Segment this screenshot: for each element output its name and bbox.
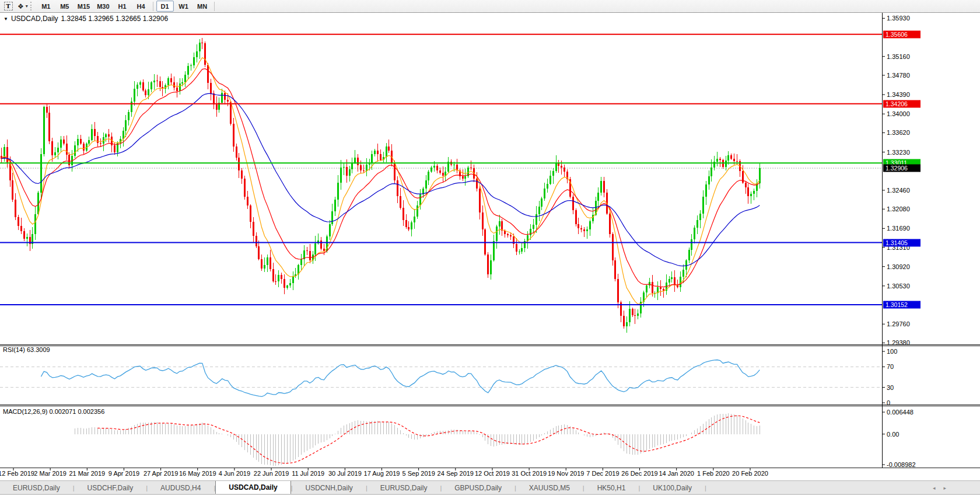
rsi-axis-label: 100 — [887, 348, 897, 355]
date-label: 2 Mar 2019 — [34, 470, 66, 477]
price-tick-label: 1.35160 — [887, 53, 910, 60]
text-tool-button[interactable]: T — [2, 1, 14, 11]
timeframe-button-m30[interactable]: M30 — [94, 1, 112, 12]
date-label: 21 Mar 2019 — [69, 470, 105, 477]
macd-indicator-label: MACD(12,26,9) 0.002071 0.002356 — [3, 408, 104, 415]
macd-axis-label: 0.006448 — [887, 409, 914, 416]
date-label: 1 Feb 2020 — [697, 470, 730, 477]
chart-tab-eurusd-daily[interactable]: EURUSD,Daily — [368, 481, 440, 494]
macd-axis-label: -0.008982 — [887, 461, 916, 468]
timeframe-button-m5[interactable]: M5 — [56, 1, 74, 12]
date-label: 30 Jul 2019 — [328, 470, 362, 477]
price-tick-label: 1.34000 — [887, 110, 910, 117]
timeframe-button-m15[interactable]: M15 — [75, 1, 93, 12]
price-tick-label: 1.29760 — [887, 320, 910, 327]
price-tick-label: 1.32460 — [887, 187, 910, 194]
date-label: 12 Feb 2019 — [0, 470, 34, 477]
objects-tool-dropdown[interactable]: ❖ ▾ — [18, 1, 28, 11]
timeframe-button-group: M1M5M15M30H1H4D1W1MN — [37, 1, 217, 12]
chart-symbol-title: USDCAD,Daily — [11, 15, 58, 23]
level-price-label: 1.31405 — [883, 239, 921, 246]
rsi-axis-label: 30 — [887, 384, 894, 391]
timeframe-button-h1[interactable]: H1 — [114, 1, 131, 12]
timeframe-button-d1[interactable]: D1 — [156, 1, 174, 12]
date-label: 27 Apr 2019 — [144, 470, 178, 477]
price-tick-label: 1.35930 — [887, 15, 910, 22]
toolbar-separator — [214, 2, 215, 11]
rsi-axis-label: 70 — [887, 363, 894, 370]
date-label: 9 Apr 2019 — [108, 470, 139, 477]
date-label: 16 May 2019 — [179, 470, 216, 477]
chart-tab-xauusd-m5[interactable]: XAUUSD,M5 — [516, 481, 583, 494]
price-tick-label: 1.34390 — [887, 91, 910, 98]
level-price-label: 1.30152 — [883, 301, 921, 308]
tab-scroll-left-button[interactable]: ◂ — [933, 485, 936, 491]
price-tick-label: 1.29380 — [887, 339, 910, 346]
price-tick-label: 1.33230 — [887, 149, 910, 156]
date-label: 19 Nov 2019 — [548, 470, 584, 477]
timeframe-button-h4[interactable]: H4 — [132, 1, 150, 12]
date-label: 24 Sep 2019 — [438, 470, 474, 477]
rsi-indicator-label: RSI(14) 63.3009 — [3, 346, 50, 353]
timeframe-button-m1[interactable]: M1 — [37, 1, 55, 12]
chart-tab-hk50-h1[interactable]: HK50,H1 — [584, 481, 639, 494]
date-label: 22 Jun 2019 — [254, 470, 289, 477]
dropdown-caret-icon: ▾ — [26, 4, 28, 9]
price-tick-label: 1.33620 — [887, 129, 910, 136]
chart-tab-usdchf-daily[interactable]: USDCHF,Daily — [75, 481, 146, 494]
date-label: 31 Oct 2019 — [512, 470, 547, 477]
toolbar-separator — [153, 2, 153, 11]
price-tick-label: 1.34780 — [887, 72, 910, 79]
level-price-label: 1.35606 — [883, 30, 921, 38]
tab-separator: | — [705, 481, 706, 494]
timeframe-button-w1[interactable]: W1 — [175, 1, 192, 12]
price-tick-label: 1.31690 — [887, 225, 910, 232]
macd-axis-label: 0.00 — [887, 431, 899, 438]
chart-tab-usdcad-daily[interactable]: USDCAD,Daily — [215, 481, 290, 494]
timeframe-button-mn[interactable]: MN — [194, 1, 211, 12]
level-price-label: 1.34206 — [883, 100, 921, 107]
price-tick-label: 1.32080 — [887, 205, 910, 212]
chart-tab-gbpusd-daily[interactable]: GBPUSD,Daily — [442, 481, 514, 494]
chart-tab-usdcnh-daily[interactable]: USDCNH,Daily — [293, 481, 366, 494]
date-label: 11 Jul 2019 — [292, 470, 324, 477]
date-label: 12 Oct 2019 — [475, 470, 510, 477]
chart-tab-eurusd-daily[interactable]: EURUSD,Daily — [0, 481, 73, 494]
chart-background — [0, 12, 980, 494]
chart-header: ▼ USDCAD,Daily 1.32845 1.32965 1.32665 1… — [4, 15, 168, 23]
rsi-axis-label: 0 — [887, 399, 890, 406]
date-label: 5 Sep 2019 — [402, 470, 435, 477]
chart-tab-audusd-h4[interactable]: AUDUSD,H4 — [148, 481, 214, 494]
chart-ohlc-values: 1.32845 1.32965 1.32665 1.32906 — [61, 15, 169, 23]
text-tool-icon: T — [4, 2, 13, 11]
chart-canvas[interactable] — [0, 0, 980, 495]
toolbar-grip — [30, 2, 34, 11]
symbol-dropdown-icon[interactable]: ▼ — [4, 16, 8, 22]
tab-scroll-right-button[interactable]: ▸ — [943, 485, 946, 491]
date-label: 26 Dec 2019 — [621, 470, 657, 477]
date-label: 14 Jan 2020 — [659, 470, 694, 477]
date-label: 17 Aug 2019 — [364, 470, 400, 477]
tab-scroll-controls: ◂▸ — [933, 481, 946, 494]
chart-tab-uk100-daily[interactable]: UK100,Daily — [640, 481, 705, 494]
date-label: 7 Dec 2019 — [586, 470, 619, 477]
date-label: 4 Jun 2019 — [219, 470, 250, 477]
objects-tool-icon: ❖ — [18, 3, 24, 10]
chart-tab-bar: EURUSD,Daily|USDCHF,Daily|AUDUSD,H4|USDC… — [0, 480, 980, 494]
current-price-label: 1.32906 — [883, 165, 921, 172]
top-toolbar: T ❖ ▾ M1M5M15M30H1H4D1W1MN — [0, 0, 980, 13]
date-label: 20 Feb 2020 — [732, 470, 768, 477]
price-tick-label: 1.30920 — [887, 263, 910, 270]
price-tick-label: 1.30530 — [887, 283, 910, 290]
